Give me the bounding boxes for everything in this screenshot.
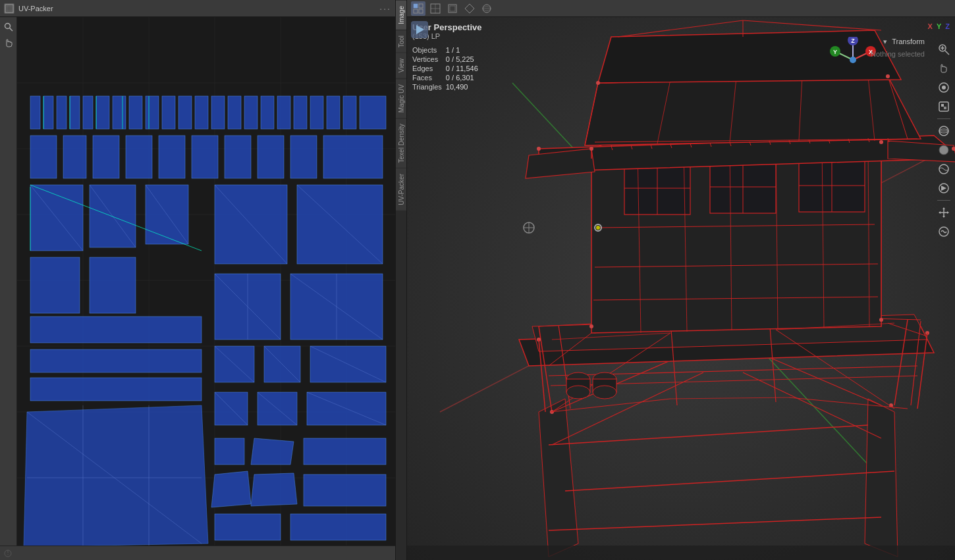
svg-rect-100 — [290, 514, 386, 540]
viewport-mode-btn-4[interactable] — [462, 1, 477, 16]
svg-marker-256 — [941, 186, 946, 191]
viewport-right-tools — [935, 41, 952, 240]
svg-rect-51 — [113, 96, 126, 129]
overlay-toggle-btn[interactable] — [935, 223, 952, 240]
svg-marker-261 — [939, 211, 941, 214]
svg-rect-39 — [159, 136, 185, 178]
viewport-3d-content[interactable]: User Perspective (153) LP Objects 1 / 1 … — [407, 17, 955, 560]
tab-texel-density[interactable]: Texel Density — [396, 118, 406, 168]
svg-marker-172 — [598, 30, 901, 83]
hand-viewport-btn[interactable] — [935, 60, 952, 77]
viewport-bottom-bar — [407, 546, 955, 560]
svg-rect-104 — [414, 4, 418, 8]
y-axis-label: Y — [937, 22, 941, 30]
x-axis-label: X — [928, 22, 933, 30]
rendered-mode-btn[interactable] — [935, 180, 952, 197]
svg-marker-16 — [24, 405, 208, 546]
svg-rect-106 — [414, 9, 418, 13]
z-axis-label: Z — [945, 22, 950, 30]
tools-separator-2 — [937, 200, 950, 201]
svg-rect-21 — [90, 257, 136, 313]
uv-editor-icon — [4, 3, 14, 14]
uv-canvas[interactable] — [17, 17, 395, 546]
uv-editor-header: UV-Packer ··· — [0, 0, 395, 17]
svg-rect-60 — [261, 96, 274, 129]
viewport-mode-btn-1[interactable] — [411, 1, 425, 16]
svg-rect-112 — [450, 6, 455, 11]
uv-editor-toolbar — [0, 17, 17, 546]
svg-rect-0 — [5, 5, 13, 13]
material-mode-btn[interactable] — [935, 161, 952, 178]
tools-separator — [937, 118, 950, 119]
svg-marker-120 — [865, 399, 898, 557]
panel-menu-dots[interactable]: ··· — [379, 3, 391, 14]
transform-gizmo-btn[interactable] — [935, 204, 952, 221]
svg-rect-45 — [30, 96, 40, 129]
svg-rect-248 — [944, 107, 946, 109]
viewport-mode-btn-2[interactable] — [428, 1, 443, 16]
xyz-axis-label: X Y Z — [928, 22, 950, 30]
tab-magic-uv[interactable]: Magic UV — [396, 78, 406, 118]
svg-marker-262 — [947, 211, 949, 214]
svg-rect-41 — [225, 136, 251, 178]
viewport-mode-btn-5[interactable] — [479, 1, 494, 16]
svg-point-1 — [5, 24, 10, 29]
svg-rect-43 — [290, 136, 317, 178]
viewport-header — [407, 0, 955, 17]
svg-marker-96 — [211, 471, 251, 507]
viewport-camera-btn[interactable] — [411, 21, 428, 39]
svg-rect-247 — [941, 104, 944, 107]
svg-rect-38 — [126, 136, 152, 178]
svg-rect-63 — [310, 96, 323, 129]
wireframe-mode-btn[interactable] — [935, 122, 952, 140]
svg-rect-47 — [57, 96, 67, 129]
svg-rect-54 — [162, 96, 175, 129]
svg-rect-61 — [277, 96, 290, 129]
svg-rect-98 — [304, 474, 386, 506]
svg-marker-259 — [942, 207, 945, 209]
camera-align-btn[interactable] — [935, 79, 952, 96]
svg-point-195 — [886, 74, 890, 78]
svg-rect-95 — [304, 438, 386, 465]
svg-point-205 — [596, 226, 600, 230]
svg-point-196 — [537, 147, 541, 151]
3d-viewport-panel: User Perspective (153) LP Objects 1 / 1 … — [407, 0, 955, 560]
tab-tool[interactable]: Tool — [396, 30, 406, 53]
svg-rect-93 — [215, 438, 244, 465]
zoom-tool-btn[interactable] — [935, 41, 952, 58]
vertical-tabs-panel: Image Tool View Magic UV Texel Density U… — [395, 0, 407, 560]
svg-marker-163 — [585, 76, 921, 145]
svg-rect-32 — [30, 317, 202, 343]
svg-rect-58 — [228, 96, 241, 129]
svg-point-198 — [589, 324, 593, 328]
svg-point-221 — [566, 386, 590, 399]
svg-marker-97 — [251, 473, 297, 506]
render-preview-btn[interactable] — [935, 98, 952, 115]
svg-rect-35 — [30, 136, 57, 178]
svg-rect-53 — [146, 96, 159, 129]
svg-marker-94 — [251, 438, 294, 465]
viewport-mode-btn-3[interactable] — [445, 1, 460, 16]
svg-rect-66 — [360, 96, 386, 129]
svg-rect-50 — [96, 96, 109, 129]
svg-line-2 — [9, 28, 13, 32]
left-panel: UV-Packer ··· — [0, 0, 395, 560]
svg-rect-34 — [30, 378, 202, 401]
transform-label: Transform — [892, 38, 925, 45]
nothing-selected-label: Nothing selected — [871, 50, 925, 58]
svg-point-224 — [593, 386, 616, 399]
solid-mode-btn[interactable] — [935, 141, 952, 159]
svg-rect-20 — [30, 257, 80, 313]
svg-marker-260 — [942, 216, 945, 218]
svg-rect-49 — [83, 96, 93, 129]
footer-coords — [4, 549, 13, 557]
tab-image[interactable]: Image — [396, 0, 406, 30]
svg-rect-44 — [323, 136, 383, 178]
tab-view[interactable]: View — [396, 53, 406, 78]
svg-rect-55 — [178, 96, 192, 129]
svg-rect-48 — [70, 96, 80, 129]
tab-uv-packer[interactable]: UV-Packer — [396, 168, 406, 211]
search-button[interactable] — [1, 20, 16, 34]
hand-tool-button[interactable] — [1, 36, 16, 50]
svg-rect-56 — [195, 96, 208, 129]
